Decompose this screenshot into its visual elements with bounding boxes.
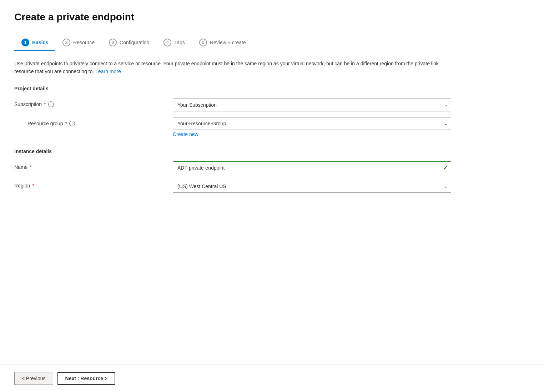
name-input[interactable] bbox=[173, 161, 451, 174]
instance-details-section: Instance details Name * ✓ Region * bbox=[14, 149, 530, 193]
name-label: Name bbox=[14, 164, 27, 170]
resource-group-control: Your-Resource-Group ⌄ Create new bbox=[173, 117, 530, 137]
tab-tags[interactable]: 4 Tags bbox=[156, 34, 192, 51]
region-control: (US) West Central US ⌄ bbox=[173, 180, 530, 193]
project-details-title: Project details bbox=[14, 86, 530, 91]
project-details-section: Project details Subscription * i Your-Su… bbox=[14, 86, 530, 137]
region-dropdown-wrapper: (US) West Central US ⌄ bbox=[173, 180, 451, 193]
create-new-link[interactable]: Create new bbox=[173, 131, 198, 137]
region-select[interactable]: (US) West Central US bbox=[173, 180, 451, 193]
name-input-wrapper: ✓ bbox=[173, 161, 451, 174]
resource-group-dropdown-wrapper: Your-Resource-Group ⌄ bbox=[173, 117, 451, 130]
resource-group-label: Resource group bbox=[27, 121, 63, 126]
footer-bar: < Previous Next : Resource > bbox=[0, 365, 544, 392]
resource-group-label-col: Resource group * i bbox=[14, 117, 164, 127]
region-required: * bbox=[32, 183, 34, 189]
learn-more-link[interactable]: Learn more bbox=[95, 69, 121, 74]
resource-group-select[interactable]: Your-Resource-Group bbox=[173, 117, 451, 130]
subscription-dropdown-wrapper: Your-Subscription ⌄ bbox=[173, 99, 451, 111]
description-text: Use private endpoints to privately conne… bbox=[14, 60, 443, 76]
instance-details-title: Instance details bbox=[14, 149, 530, 154]
name-valid-icon: ✓ bbox=[443, 164, 448, 171]
tab-number-configuration: 3 bbox=[109, 39, 117, 46]
tab-label-review: Review + create bbox=[210, 40, 246, 45]
tab-basics[interactable]: 1 Basics bbox=[14, 34, 55, 51]
subscription-info-icon[interactable]: i bbox=[48, 101, 54, 107]
tab-configuration[interactable]: 3 Configuration bbox=[102, 34, 156, 51]
tab-number-tags: 4 bbox=[163, 39, 171, 46]
subscription-select[interactable]: Your-Subscription bbox=[173, 99, 451, 111]
name-required: * bbox=[30, 164, 31, 170]
resource-group-info-icon[interactable]: i bbox=[69, 121, 75, 126]
tab-number-review: 5 bbox=[199, 39, 207, 46]
tab-label-configuration: Configuration bbox=[120, 40, 149, 45]
region-label: Region bbox=[14, 183, 30, 189]
tab-review-create[interactable]: 5 Review + create bbox=[192, 34, 253, 51]
next-button[interactable]: Next : Resource > bbox=[57, 372, 116, 385]
region-row: Region * (US) West Central US ⌄ bbox=[14, 180, 530, 193]
page-title: Create a private endpoint bbox=[14, 11, 530, 23]
previous-button[interactable]: < Previous bbox=[14, 372, 53, 385]
subscription-control: Your-Subscription ⌄ bbox=[173, 99, 530, 111]
tab-label-basics: Basics bbox=[32, 40, 48, 45]
name-row: Name * ✓ bbox=[14, 161, 530, 174]
subscription-required: * bbox=[44, 101, 46, 107]
tab-number-basics: 1 bbox=[21, 39, 29, 46]
tab-label-resource: Resource bbox=[73, 40, 95, 45]
name-label-col: Name * bbox=[14, 161, 164, 170]
subscription-label-col: Subscription * i bbox=[14, 99, 164, 107]
tab-number-resource: 2 bbox=[62, 39, 70, 46]
resource-group-required: * bbox=[65, 121, 67, 126]
subscription-row: Subscription * i Your-Subscription ⌄ bbox=[14, 99, 530, 111]
subscription-label: Subscription bbox=[14, 101, 42, 107]
region-label-col: Region * bbox=[14, 180, 164, 189]
resource-group-row: Resource group * i Your-Resource-Group ⌄… bbox=[14, 117, 530, 137]
tab-resource[interactable]: 2 Resource bbox=[55, 34, 102, 51]
tabs-container: 1 Basics 2 Resource 3 Configuration 4 Ta… bbox=[14, 34, 530, 51]
tab-label-tags: Tags bbox=[174, 40, 185, 45]
name-control: ✓ bbox=[173, 161, 530, 174]
